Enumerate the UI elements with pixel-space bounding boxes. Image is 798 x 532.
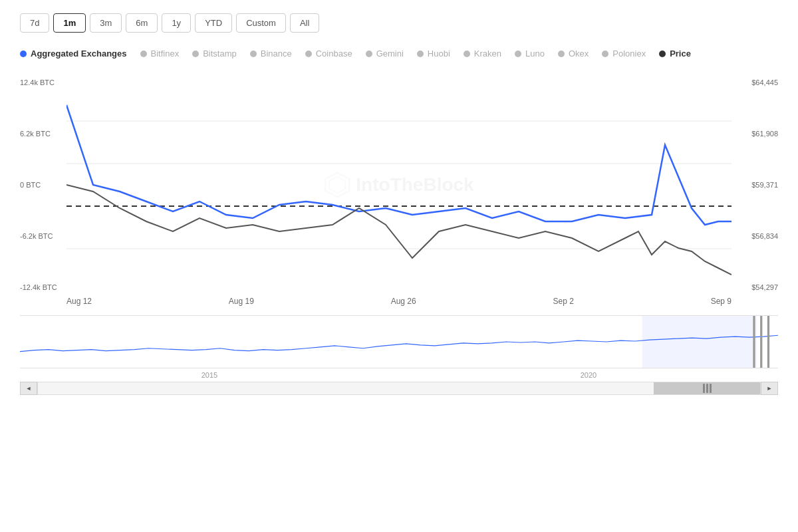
time-btn-1m[interactable]: 1m [53, 13, 86, 33]
mini-chart [20, 315, 778, 368]
x-axis: Aug 12Aug 19Aug 26Sep 2Sep 9 [20, 291, 778, 306]
x-label: Aug 12 [66, 297, 92, 306]
y-axis-right: $64,445$61,908$59,371$56,834$54,297 [732, 78, 778, 291]
time-btn-7d[interactable]: 7d [20, 13, 49, 33]
y-label-left: -6.2k BTC [20, 232, 66, 240]
y-label-left: 6.2k BTC [20, 130, 66, 138]
chart-svg [66, 78, 732, 291]
scrollbar-track[interactable] [37, 382, 761, 395]
y-label-left: -12.4k BTC [20, 283, 66, 291]
legend-label: Bitstamp [203, 49, 237, 59]
time-btn-ytd[interactable]: YTD [195, 13, 232, 33]
legend-item-bitstamp[interactable]: Bitstamp [192, 49, 237, 59]
legend-label: Okex [569, 49, 589, 59]
legend-dot [140, 51, 147, 57]
gray-price-line [66, 185, 732, 275]
legend-dot [366, 51, 372, 57]
legend-dot [558, 51, 565, 57]
legend-item-binance[interactable]: Binance [250, 49, 292, 59]
legend-item-huobi[interactable]: Huobi [417, 49, 450, 59]
legend-item-poloniex[interactable]: Poloniex [602, 49, 646, 59]
y-label-right: $59,371 [732, 181, 778, 189]
y-label-right: $61,908 [732, 130, 778, 138]
x-label: Aug 26 [391, 297, 416, 306]
time-btn-custom[interactable]: Custom [236, 13, 286, 33]
legend-item-luno[interactable]: Luno [515, 49, 545, 59]
time-range-selector: 7d1m3m6m1yYTDCustomAll [20, 13, 778, 33]
scrollbar[interactable]: ◄ ► [20, 382, 778, 395]
legend-dot [192, 51, 199, 57]
legend-label: Huobi [428, 49, 450, 59]
legend-dot [305, 51, 312, 57]
legend-label: Coinbase [316, 49, 352, 59]
legend-label: Binance [261, 49, 292, 59]
legend-label: Bitfinex [151, 49, 180, 59]
y-label-right: $54,297 [732, 283, 778, 291]
legend-label: Luno [525, 49, 545, 59]
legend-label: Kraken [474, 49, 501, 59]
blue-line [66, 105, 732, 225]
y-label-right: $56,834 [732, 232, 778, 240]
mini-year-label: 2015 [201, 371, 217, 379]
legend-item-bitfinex[interactable]: Bitfinex [140, 49, 180, 59]
main-chart-wrapper: 12.4k BTC6.2k BTC0 BTC-6.2k BTC-12.4k BT… [20, 78, 778, 306]
time-btn-3m[interactable]: 3m [90, 13, 122, 33]
legend-dot [20, 51, 27, 57]
y-label-right: $64,445 [732, 78, 778, 86]
legend-item-coinbase[interactable]: Coinbase [305, 49, 352, 59]
legend-label: Gemini [376, 49, 404, 59]
time-btn-1y[interactable]: 1y [162, 13, 191, 33]
legend-dot [417, 51, 424, 57]
svg-rect-9 [760, 316, 762, 368]
legend-label: Poloniex [612, 49, 646, 59]
time-btn-6m[interactable]: 6m [126, 13, 158, 33]
legend-dot [515, 51, 521, 57]
legend-label: Price [670, 49, 691, 59]
y-label-left: 0 BTC [20, 181, 66, 189]
y-label-left: 12.4k BTC [20, 78, 66, 86]
legend-dot [464, 51, 470, 57]
svg-rect-8 [753, 316, 755, 368]
legend-dot [659, 51, 666, 57]
mini-year-labels: 20152020 [20, 368, 778, 382]
y-axis-left: 12.4k BTC6.2k BTC0 BTC-6.2k BTC-12.4k BT… [20, 78, 66, 291]
legend-item-aggregated-exchanges[interactable]: Aggregated Exchanges [20, 49, 127, 59]
scroll-right-button[interactable]: ► [761, 382, 778, 395]
legend-dot [250, 51, 257, 57]
mini-year-label: 2020 [581, 371, 597, 379]
legend-item-price[interactable]: Price [659, 49, 691, 59]
legend-item-kraken[interactable]: Kraken [464, 49, 501, 59]
scroll-left-button[interactable]: ◄ [20, 382, 37, 395]
legend-label: Aggregated Exchanges [31, 49, 127, 59]
chart-legend: Aggregated ExchangesBitfinexBitstampBina… [20, 49, 778, 59]
legend-dot [602, 51, 608, 57]
svg-rect-7 [642, 316, 757, 368]
x-label: Sep 9 [711, 297, 732, 306]
mini-chart-svg [20, 316, 778, 368]
svg-rect-10 [767, 316, 769, 368]
legend-item-okex[interactable]: Okex [558, 49, 589, 59]
legend-item-gemini[interactable]: Gemini [366, 49, 404, 59]
x-label: Aug 19 [229, 297, 254, 306]
time-btn-all[interactable]: All [290, 13, 319, 33]
x-label: Sep 2 [553, 297, 573, 306]
